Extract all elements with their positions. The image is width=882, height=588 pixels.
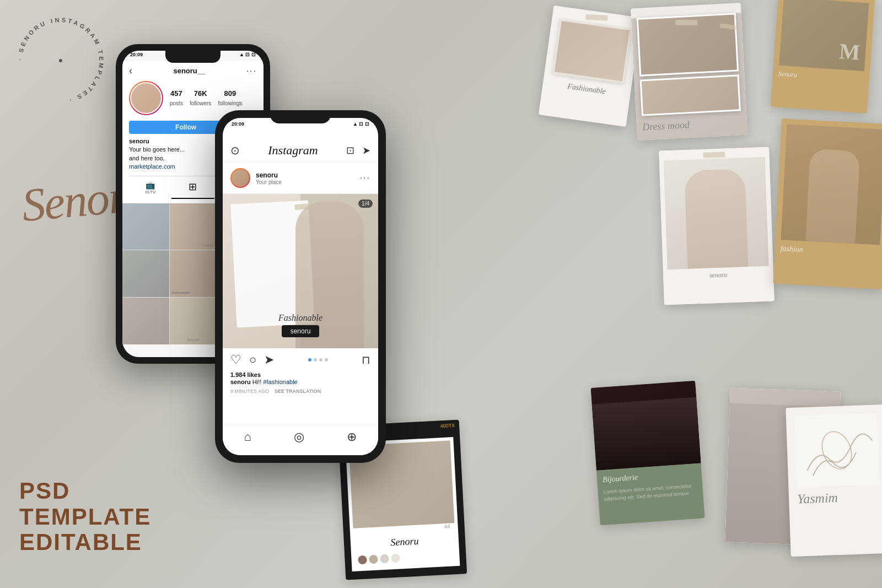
followers-label: followers xyxy=(190,100,211,106)
phone-notch-back xyxy=(165,51,220,63)
template-card-dress-mood: Dress mood xyxy=(631,3,747,141)
followings-count: 809 xyxy=(218,89,242,98)
bookmark-icon[interactable]: ⊓ xyxy=(362,353,370,366)
post-more-icon[interactable]: ··· xyxy=(360,173,370,183)
template-card-m: M Senoru xyxy=(771,0,875,114)
profile-avatar[interactable] xyxy=(129,81,163,115)
dress-mood-text: Dress mood xyxy=(636,114,747,136)
bijou-text: Bijourderie xyxy=(603,469,697,484)
swatch-3 xyxy=(380,554,389,563)
send-icon[interactable]: ➤ xyxy=(362,144,370,157)
post-counter: 1/4 xyxy=(358,199,373,208)
profile-username: senoru__ xyxy=(173,67,205,75)
time-front: 20:09 xyxy=(232,121,244,127)
template-card-brown: fashion xyxy=(773,118,882,289)
psd-line1: PSD xyxy=(19,478,151,504)
time-back: 20:09 xyxy=(130,52,143,57)
search-nav-icon[interactable]: ◎ xyxy=(294,430,304,444)
post-tag: senoru xyxy=(282,325,320,337)
instagram-topbar: ⊙ Instagram ⊡ ➤ xyxy=(223,127,378,163)
igtv-label: IGTV xyxy=(129,190,171,195)
bottom-nav: ⌂ ◎ ⊕ xyxy=(223,424,378,455)
swatch-4 xyxy=(391,553,400,563)
template-card-woman-white: senoru xyxy=(659,147,775,305)
camera-icon[interactable]: ⊙ xyxy=(230,144,240,157)
swatch-2 xyxy=(369,554,378,564)
signal-icons: ▲ ⊡ ⊡ xyxy=(239,52,256,57)
post-actions: ♡ ○ ➤ ⊓ xyxy=(223,348,378,371)
followings-label: followings xyxy=(218,100,242,106)
likes-count: 1.984 likes xyxy=(223,371,378,378)
see-translation[interactable]: SEE TRANSLATION xyxy=(275,389,321,394)
circular-text-container: · SENORU INSTAGRAM TEMPLATES · xyxy=(11,11,110,110)
tab-igtv[interactable]: 📺 IGTV xyxy=(129,176,171,199)
igtv-icon[interactable]: ⊡ xyxy=(346,144,354,157)
post-header: senoru Your place ··· xyxy=(223,163,378,194)
template-card-bijou: Bijourderie Lorem ipsum dolor sit amet, … xyxy=(591,381,705,526)
caption-hashtag[interactable]: #fashionable xyxy=(263,379,297,385)
grid-cell-1 xyxy=(122,203,169,250)
caption-text: Hi!! xyxy=(252,379,263,385)
grid-cell-4 xyxy=(122,250,169,297)
tab-grid[interactable]: ⊞ xyxy=(171,176,214,199)
back-arrow-icon[interactable]: ‹ xyxy=(129,65,132,77)
post-caption: senoru Hi!! #fashionable xyxy=(223,378,378,389)
phone-front: 20:09 ▲ ⊡ ⊡ ⊙ Instagram ⊡ ➤ senoru Your … xyxy=(215,110,386,463)
grid-cell-2: fashion xyxy=(170,203,217,250)
caption-username: senoru xyxy=(230,379,251,385)
dot-2 xyxy=(314,358,317,362)
psd-line2: TEMPLATE xyxy=(19,504,151,530)
heart-icon[interactable]: ♡ xyxy=(230,353,241,367)
dot-3 xyxy=(319,358,322,362)
template-card-fashionable: Fashionable xyxy=(539,6,641,127)
signal-front: ▲ ⊡ ⊡ xyxy=(353,121,369,127)
instagram-logo: Instagram xyxy=(268,143,318,158)
kodak-film: 400TX xyxy=(440,422,455,428)
carousel-indicator xyxy=(308,358,328,362)
psd-line3: EDITABLE xyxy=(19,530,151,555)
letter-m: M xyxy=(838,38,861,66)
template-card-line-art: Yasmim xyxy=(786,404,882,557)
share-icon[interactable]: ➤ xyxy=(264,353,274,367)
poster-place: Your place xyxy=(256,179,360,185)
swatch-1 xyxy=(358,555,367,565)
psd-template-label: PSD TEMPLATE EDITABLE xyxy=(19,478,151,555)
posts-count: 457 xyxy=(170,89,183,98)
post-time: 9 MINUTES AGO SEE TRANSLATION xyxy=(223,389,378,394)
post-overlay: Fashionable senoru xyxy=(278,313,322,337)
fashionable-overlay-text: Fashionable xyxy=(278,313,322,323)
phone-notch-front xyxy=(270,110,331,123)
grid-cell-5: fashionable xyxy=(170,250,217,297)
poster-avatar[interactable] xyxy=(230,168,250,188)
grid-cell-7 xyxy=(122,298,169,344)
grid-cell-8: Senoru xyxy=(170,298,217,344)
dot-4 xyxy=(325,358,328,362)
dot-1 xyxy=(308,358,311,362)
post-image: 1/4 Fashionable senoru xyxy=(223,194,378,348)
home-icon[interactable]: ⌂ xyxy=(244,430,251,444)
add-icon[interactable]: ⊕ xyxy=(347,430,357,444)
followers-count: 76K xyxy=(190,89,211,98)
more-options-icon[interactable]: ··· xyxy=(246,66,257,76)
svg-point-1 xyxy=(59,59,62,62)
phone-front-screen: 20:09 ▲ ⊡ ⊡ ⊙ Instagram ⊡ ➤ senoru Your … xyxy=(223,118,378,455)
posts-label: posts xyxy=(170,100,183,106)
poster-username: senoru xyxy=(256,171,360,179)
comment-icon[interactable]: ○ xyxy=(249,353,256,367)
